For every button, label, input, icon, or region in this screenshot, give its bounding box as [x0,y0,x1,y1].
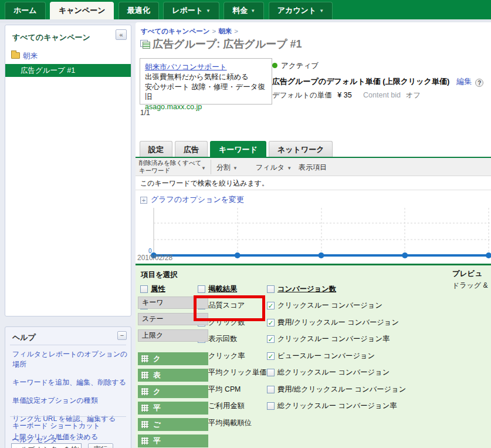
chart-data-point[interactable] [235,252,241,258]
nav-tab[interactable]: 最適化▼ [118,2,159,19]
locked-column-chip[interactable]: キーワ [138,297,208,309]
campaigns-panel: すべてのキャンペーン « 朝来 広告グループ #1 [5,25,131,316]
minimize-help-button[interactable]: − [117,331,127,340]
breadcrumb-link[interactable]: 朝来 [218,28,232,35]
locked-column-chip[interactable]: 上限ク [138,329,208,342]
drag-handle-icon [141,355,148,362]
section-tab[interactable]: ネットワーク [269,141,333,157]
metric-checkbox-row: 費用/クリックスルー コンバージョン [267,314,443,331]
metric-checkbox[interactable] [267,285,275,293]
edit-bid-link[interactable]: 編集 [456,77,472,86]
help-link[interactable]: 単価設定オプションの種類 [12,396,130,406]
nav-tab[interactable]: 料金▼ [224,2,264,19]
ad-description-line1: 出張費無料だから気軽に頼める [145,73,249,81]
column-chip-label: 平 [153,402,161,415]
default-bid-amount: ¥ 35 [337,91,351,99]
metric-checkbox[interactable] [267,302,275,309]
help-footer-link[interactable]: キーボード ショートカット [12,421,100,431]
metric-checkbox-label: 総クリックスルー コンバージョン率 [277,401,397,411]
nav-tab-label: ホーム [13,6,37,15]
page-title: 広告グループ: 広告グループ #1 [140,37,302,51]
metric-checkbox[interactable] [267,335,275,343]
draggable-column-chip[interactable]: 表 [138,369,208,382]
ad-preview-card: 朝来市パソコンサポート 出張費無料だから気軽に頼める 安心サポート 故障・修理・… [140,58,272,105]
nav-tab[interactable]: ホーム▼ [5,2,46,19]
help-question-icon[interactable]: ? [475,79,483,87]
expand-plus-icon: + [140,197,147,204]
nav-tab-label: 最適化 [127,6,150,15]
draggable-column-chip[interactable]: ク [138,385,208,398]
ad-display-url: asago.maxx.co.jp [145,103,202,111]
preview-title: プレビュ [452,269,491,279]
metric-checkbox[interactable] [140,285,148,293]
section-tab[interactable]: 設定 [140,141,172,157]
preview-green-chips: ク表ク平ご平ク [138,352,255,448]
help-link[interactable]: フィルタとレポートのオプションの場所 [12,349,130,369]
scope-dropdown[interactable]: 削除済みを除くすべて キーワード ▼ [139,159,206,175]
metric-checkbox[interactable] [267,352,275,360]
breadcrumb-separator: > [212,28,216,35]
divider [10,416,126,417]
divider [10,345,126,345]
metric-checkbox-label: コンバージョン数 [277,284,336,294]
nav-tab-label: レポート [172,6,203,15]
campaigns-panel-title: すべてのキャンペーン [12,32,90,43]
graph-options-link[interactable]: +グラフのオプションを変更 [140,194,244,205]
chevron-down-icon: ▼ [319,8,324,14]
ad-group-tree-item-selected[interactable]: 広告グループ #1 [5,64,131,77]
draggable-column-chip[interactable]: 平 [138,434,208,447]
preview-subtitle: ドラッグ & [452,281,491,291]
help-link[interactable]: キーワードを追加、編集、削除する [12,378,130,388]
metric-checkbox-label: 費用/クリックスルー コンバージョン [277,318,399,328]
collapse-sidebar-button[interactable]: « [116,29,127,40]
metric-checkbox[interactable] [267,402,275,410]
draggable-column-chip[interactable]: ご [138,418,208,431]
metrics-selection-panel: 項目を選択 属性 リンク先 URL [136,265,491,448]
help-search-row: 実行 [11,443,113,448]
nav-tab[interactable]: レポート▼ [163,2,219,19]
main-content: すべてのキャンペーン>朝来> 広告グループ: 広告グループ #1 朝来市パソコン… [136,22,491,448]
metric-checkbox[interactable] [267,386,275,393]
help-panel-title: ヘルプ [12,332,36,343]
column-chip-label: 表 [153,369,161,382]
status-label: アクティブ [281,62,319,70]
campaign-link[interactable]: 朝来 [23,52,38,60]
metric-checkbox-label: クリックスルー コンバージョン [277,301,382,311]
status-active-dot-icon [272,63,277,68]
columns-button[interactable]: 表示項目 [299,163,327,173]
help-search-input[interactable] [11,443,82,448]
metric-checkbox-row: ビュースルー コンバージョン [267,348,443,365]
column-chip-label: ご [153,418,161,431]
chevron-down-icon: ▼ [233,166,238,171]
metric-checkbox[interactable] [267,369,275,376]
metrics-panel-title: 項目を選択 [141,270,178,280]
metric-checkbox-row: 総クリックスルー コンバージョン率 [267,398,443,415]
top-navigation: ホーム▼ キャンペーン▼ 最適化▼ レポート▼ 料金▼ アカウント▼ [0,0,491,19]
campaign-tree-item[interactable]: 朝来 [11,51,38,61]
metric-checkbox[interactable] [198,285,205,293]
ad-pagination: 1/1 [140,109,150,117]
drag-handle-icon [141,405,148,412]
metric-checkbox-label: クリックスルー コンバージョン率 [277,334,390,344]
breadcrumb-link[interactable]: すべてのキャンペーン [141,28,209,35]
chart-data-point[interactable] [402,252,408,258]
draggable-column-chip[interactable]: 平 [138,402,208,415]
metric-checkbox-row: 総クリックスルー コンバージョン [267,365,443,382]
default-bid-line: デフォルトの単価 ¥ 35 Content bid オフ [272,90,421,100]
help-search-submit-button[interactable]: 実行 [88,443,113,448]
section-tab[interactable]: 広告 [175,141,208,157]
section-tab[interactable]: キーワード [210,141,266,157]
draggable-column-chip[interactable]: ク [138,352,208,365]
filter-dropdown[interactable]: フィルタ▼ [256,163,292,173]
metric-checkbox[interactable] [267,319,275,326]
nav-tab[interactable]: キャンペーン▼ [50,2,114,19]
chevron-down-icon: ▼ [206,8,211,14]
segment-dropdown[interactable]: 分割▼ [216,163,238,173]
ad-headline-link[interactable]: 朝来市パソコンサポート [145,62,267,72]
chart-data-point[interactable] [319,252,324,258]
nav-tab[interactable]: アカウント▼ [269,2,333,19]
scope-line1: 削除済みを除くすべて [139,159,206,167]
default-bid-label: デフォルトの単価 [272,91,332,99]
locked-column-chip[interactable]: ステー [138,313,208,325]
chart-data-point[interactable] [486,252,491,258]
